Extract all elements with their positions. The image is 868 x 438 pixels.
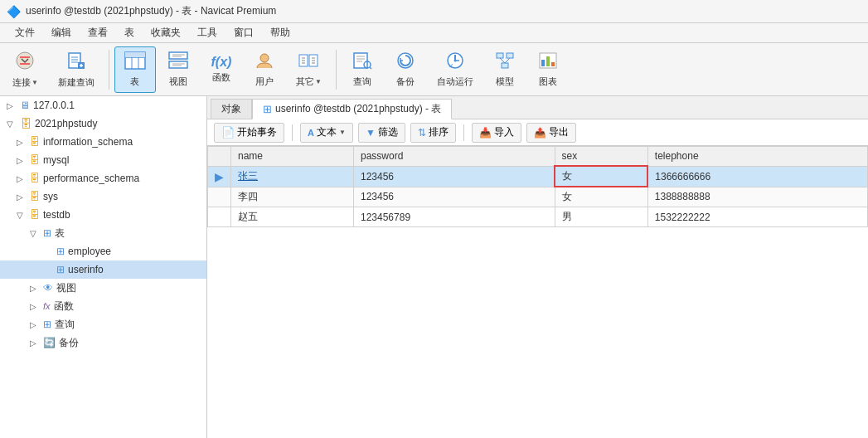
row-3-telephone[interactable]: 1532222222 xyxy=(647,207,867,227)
sidebar-item-employee[interactable]: ▷ ⊞ employee xyxy=(0,242,206,260)
row-1-sex[interactable]: 女 xyxy=(555,166,647,187)
toolbar-sep-2 xyxy=(336,50,337,90)
tab-object[interactable]: 对象 xyxy=(211,99,252,119)
toolbar-backup-button[interactable]: 备份 xyxy=(385,46,426,93)
sidebar-item-sys[interactable]: ▷ 🗄 sys xyxy=(0,187,206,206)
chevron-tables: ▽ xyxy=(30,229,40,238)
chevron-info-schema: ▷ xyxy=(17,138,27,147)
sidebar-item-testdb[interactable]: ▽ 🗄 testdb xyxy=(0,206,206,224)
row-3-indicator xyxy=(208,207,231,227)
toolbar-autorun-button[interactable]: ✓ 自动运行 xyxy=(428,46,482,93)
sidebar-item-backup-folder[interactable]: ▷ 🔄 备份 xyxy=(0,333,206,352)
row-1-telephone[interactable]: 1366666666 xyxy=(647,166,867,187)
toolbar-function-button[interactable]: f(x) 函数 xyxy=(201,46,242,93)
menu-table[interactable]: 表 xyxy=(116,24,143,41)
toolbar-chart-button[interactable]: 图表 xyxy=(527,46,569,93)
connect-label: 连接 xyxy=(12,76,31,89)
col-telephone[interactable]: telephone xyxy=(647,147,867,167)
toolbar: 连接 ▼ 新建查询 xyxy=(0,43,868,96)
table-row[interactable]: 赵五 123456789 男 1532222222 xyxy=(208,207,868,227)
chevron-perf-schema: ▷ xyxy=(17,174,27,183)
views-folder-label: 视图 xyxy=(56,281,76,295)
menu-view[interactable]: 查看 xyxy=(80,24,116,41)
chart-label: 图表 xyxy=(539,75,557,88)
other-label: 其它 xyxy=(296,75,314,88)
sidebar-item-2021phpstudy[interactable]: ▽ 🗄 2021phpstudy xyxy=(0,114,206,133)
table-folder-icon: ⊞ xyxy=(43,227,51,239)
server-label: 127.0.0.1 xyxy=(33,100,75,111)
toolbar-newquery-button[interactable]: 新建查询 xyxy=(49,46,104,93)
autorun-icon: ✓ xyxy=(445,51,465,73)
menu-tools[interactable]: 工具 xyxy=(189,24,225,41)
toolbar-other-button[interactable]: 其它 ▼ xyxy=(287,46,331,93)
action-bar: 📄 开始事务 A 文本 ▼ ▼ 筛选 ⇅ 排序 📥 导入 xyxy=(207,119,868,146)
sidebar-item-mysql[interactable]: ▷ 🗄 mysql xyxy=(0,151,206,169)
toolbar-view-button[interactable]: 视图 xyxy=(158,46,199,93)
export-icon: 📤 xyxy=(534,127,546,139)
function-label: 函数 xyxy=(212,71,230,84)
col-name[interactable]: name xyxy=(231,147,354,167)
sort-button[interactable]: ⇅ 排序 xyxy=(410,123,456,143)
toolbar-user-button[interactable]: 用户 xyxy=(244,46,285,93)
data-table: name password sex telephone ▶ 张三 123456 … xyxy=(207,146,868,227)
row-3-sex[interactable]: 男 xyxy=(555,207,647,227)
row-1-password[interactable]: 123456 xyxy=(354,166,555,187)
db-icon-info-schema: 🗄 xyxy=(30,136,40,148)
col-password[interactable]: password xyxy=(354,147,555,167)
filter-button[interactable]: ▼ 筛选 xyxy=(358,123,405,143)
row-2-telephone[interactable]: 1388888888 xyxy=(647,187,867,207)
table-row[interactable]: 李四 123456 女 1388888888 xyxy=(208,187,868,207)
col-sex[interactable]: sex xyxy=(555,147,647,167)
sidebar-item-queries-folder[interactable]: ▷ ⊞ 查询 xyxy=(0,315,206,333)
begin-transaction-button[interactable]: 📄 开始事务 xyxy=(214,123,284,143)
db-icon-sys: 🗄 xyxy=(30,191,40,202)
toolbar-query-button[interactable]: 查询 xyxy=(342,46,383,93)
action-sep-2 xyxy=(463,124,464,141)
employee-label: employee xyxy=(68,246,111,257)
title-bar: 🔷 userinfo @testdb (2021phpstudy) - 表 - … xyxy=(0,0,868,23)
svg-line-43 xyxy=(500,58,505,63)
newquery-label: 新建查询 xyxy=(58,76,95,89)
menu-edit[interactable]: 编辑 xyxy=(43,24,80,41)
perf-schema-label: performance_schema xyxy=(43,173,139,184)
row-3-password[interactable]: 123456789 xyxy=(354,207,555,227)
sidebar-item-tables-folder[interactable]: ▽ ⊞ 表 xyxy=(0,224,206,242)
sidebar-item-userinfo[interactable]: ▷ ⊞ userinfo xyxy=(0,260,206,279)
menu-help[interactable]: 帮助 xyxy=(262,24,298,41)
chevron-mysql: ▷ xyxy=(17,156,27,165)
table-header-row: name password sex telephone xyxy=(208,147,868,167)
filter-icon: ▼ xyxy=(366,127,376,139)
toolbar-model-button[interactable]: 模型 xyxy=(484,46,526,93)
title-text: userinfo @testdb (2021phpstudy) - 表 - Na… xyxy=(26,4,276,18)
tab-table[interactable]: ⊞ userinfo @testdb (2021phpstudy) - 表 xyxy=(252,99,452,119)
row-1-name[interactable]: 张三 xyxy=(231,166,354,187)
chevron-2021phpstudy: ▽ xyxy=(7,119,17,129)
text-arrow: ▼ xyxy=(339,129,346,136)
import-button[interactable]: 📥 导入 xyxy=(472,123,521,143)
menu-window[interactable]: 窗口 xyxy=(225,24,262,41)
sidebar-item-functions-folder[interactable]: ▷ fx 函数 xyxy=(0,297,206,315)
backup-icon xyxy=(395,51,415,73)
row-3-name[interactable]: 赵五 xyxy=(231,207,354,227)
table-row[interactable]: ▶ 张三 123456 女 1366666666 xyxy=(208,166,868,187)
toolbar-table-button[interactable]: 表 xyxy=(114,46,156,93)
backup-label: 备份 xyxy=(396,75,415,88)
toolbar-connect-button[interactable]: 连接 ▼ xyxy=(3,46,47,93)
text-button[interactable]: A 文本 ▼ xyxy=(300,123,353,143)
info-schema-label: information_schema xyxy=(43,136,133,148)
row-2-indicator xyxy=(208,187,231,207)
db-2021phpstudy-label: 2021phpstudy xyxy=(35,118,97,129)
user-label: 用户 xyxy=(255,75,274,88)
sidebar-item-views-folder[interactable]: ▷ 👁 视图 xyxy=(0,279,206,297)
menu-file[interactable]: 文件 xyxy=(7,24,43,41)
sidebar-item-server[interactable]: ▷ 🖥 127.0.0.1 xyxy=(0,96,206,114)
menu-favorites[interactable]: 收藏夹 xyxy=(143,24,189,41)
sidebar-item-perf-schema[interactable]: ▷ 🗄 performance_schema xyxy=(0,169,206,187)
views-folder-icon: 👁 xyxy=(43,282,53,294)
sidebar-item-info-schema[interactable]: ▷ 🗄 information_schema xyxy=(0,133,206,151)
row-2-password[interactable]: 123456 xyxy=(354,187,555,207)
row-2-sex[interactable]: 女 xyxy=(555,187,647,207)
view-label: 视图 xyxy=(169,75,187,88)
row-2-name[interactable]: 李四 xyxy=(231,187,354,207)
export-button[interactable]: 📤 导出 xyxy=(526,123,576,143)
